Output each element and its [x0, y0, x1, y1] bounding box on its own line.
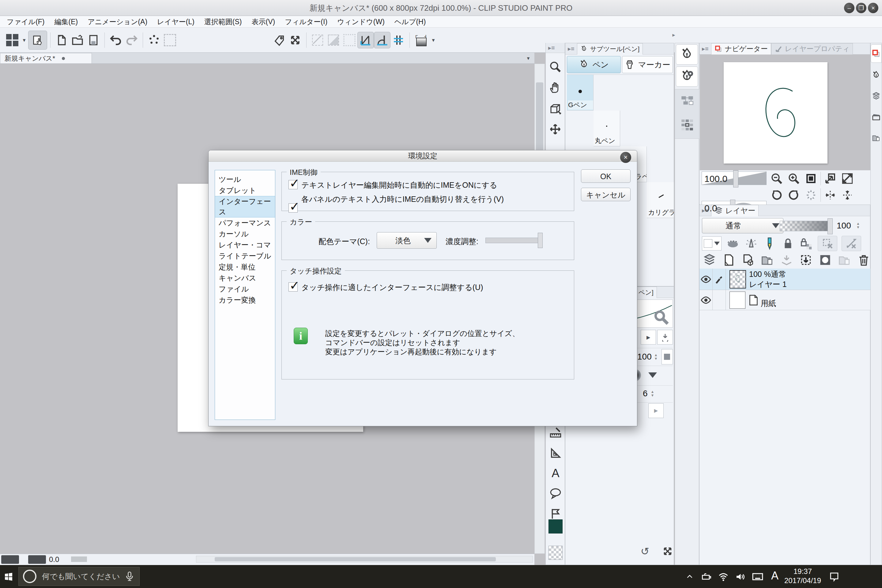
ruler-range-icon[interactable] [842, 236, 861, 251]
brush-gpen[interactable]: Gペン [567, 75, 594, 111]
layer2-visibility-eye-icon[interactable] [699, 290, 712, 310]
layer-row-1[interactable]: 100 %通常 レイヤー 1 [699, 268, 871, 290]
subtool-group-tab-marker[interactable]: マーカー [622, 56, 673, 73]
figure-tool-icon[interactable] [549, 447, 562, 459]
horizontal-scrollbar[interactable] [196, 556, 533, 562]
fit-to-window-button[interactable] [823, 171, 838, 186]
mini-slider[interactable] [71, 556, 87, 562]
start-button[interactable] [0, 565, 17, 588]
brush-size-spinner[interactable]: ▲▼ [651, 390, 654, 397]
layer1-visibility-eye-icon[interactable] [699, 268, 712, 290]
dock-color-set-icon[interactable] [675, 113, 699, 137]
layer2-thumbnail[interactable] [729, 291, 746, 309]
density-slider-track[interactable] [485, 238, 540, 243]
transparent-color-swatch[interactable] [549, 546, 562, 560]
apply-mask-icon[interactable] [838, 253, 851, 267]
dialog-title-bar[interactable]: 環境設定 [208, 150, 637, 162]
category-file[interactable]: ファイル [215, 284, 275, 295]
selection-marquee-button[interactable] [162, 32, 178, 48]
rail-timeline-icon[interactable] [871, 108, 881, 126]
wifi-icon[interactable] [717, 570, 730, 583]
actual-size-button[interactable] [840, 171, 855, 186]
register-initial-icon[interactable] [661, 544, 674, 558]
balloon-tool-icon[interactable] [549, 487, 562, 500]
invert-selection-button[interactable] [326, 32, 342, 48]
snap-ruler-button[interactable] [357, 32, 374, 48]
menu-selection[interactable]: 選択範囲(S) [200, 16, 247, 28]
category-interface[interactable]: インターフェース [215, 196, 275, 218]
new-folder-icon[interactable] [760, 253, 774, 267]
deselect-button[interactable] [310, 32, 326, 48]
workspace-grid-button[interactable] [4, 32, 20, 48]
menu-filter[interactable]: フィルター(I) [280, 16, 332, 28]
size-preset-expand-icon[interactable]: ▶ [648, 404, 664, 418]
tool-property-tab[interactable]: ペン] [635, 286, 657, 298]
enable-mask-icon[interactable] [818, 236, 837, 251]
preset-import-icon[interactable] [657, 330, 673, 345]
tab-layer[interactable]: レイヤー [711, 205, 759, 216]
category-list[interactable]: ツール タブレット インターフェース パフォーマンス カーソル レイヤー・コマ … [214, 170, 275, 420]
category-ruler-unit[interactable]: 定規・単位 [215, 261, 275, 273]
brush-marupen[interactable]: 丸ペン [594, 111, 620, 146]
tool-opacity-spinner[interactable]: ▲▼ [654, 353, 658, 360]
layer-row-2[interactable]: 用紙 [699, 290, 871, 310]
merge-down-icon[interactable] [780, 253, 794, 267]
menu-window[interactable]: ウィンドウ(W) [332, 16, 390, 28]
deselect-scatter-button[interactable] [146, 32, 162, 48]
tab-layer-property[interactable]: レイヤープロパティ [771, 43, 853, 54]
ime-checkbox-1[interactable] [288, 180, 298, 189]
category-light-table[interactable]: ライトテーブル [215, 250, 275, 261]
category-cursor[interactable]: カーソル [215, 228, 275, 240]
close-button[interactable]: × [868, 3, 878, 13]
reset-rotation-button[interactable] [803, 188, 819, 202]
ruler-tool-icon[interactable] [549, 426, 562, 439]
workspace-dropdown-arrow-icon[interactable]: ▾ [20, 37, 28, 44]
aa-dropdown-arrow-icon[interactable] [648, 372, 657, 378]
zoom-out-button[interactable] [769, 171, 784, 186]
flip-horizontal-button[interactable] [823, 188, 838, 202]
tab-list-dropdown-icon[interactable]: ▾ [524, 54, 532, 62]
subtool-menu-icon[interactable]: ▸≡ [566, 45, 577, 52]
palette-menu-icon[interactable]: ▸≡ [546, 44, 557, 51]
layer-opacity-slider[interactable] [780, 221, 829, 231]
clip-to-layer-icon[interactable] [726, 236, 740, 250]
draft-layer-icon[interactable] [763, 236, 777, 250]
document-tab[interactable]: 新規キャンバス* [0, 53, 92, 63]
rail-layer-icon[interactable] [871, 87, 881, 105]
zoom-tool-icon[interactable] [549, 60, 562, 73]
navigator-preview[interactable] [700, 54, 870, 170]
flip-vertical-button[interactable] [840, 188, 855, 202]
density-slider-thumb[interactable] [538, 233, 543, 248]
category-performance[interactable]: パフォーマンス [215, 218, 275, 228]
layer1-thumbnail[interactable] [729, 270, 746, 288]
transfer-to-layer-icon[interactable] [799, 253, 813, 267]
category-tool[interactable]: ツール [215, 174, 275, 185]
wrench-icon[interactable] [654, 310, 670, 326]
navigator-menu-icon[interactable]: ▸≡ [699, 45, 711, 52]
volume-icon[interactable] [734, 570, 747, 583]
category-tablet[interactable]: タブレット [215, 185, 275, 196]
subtool-group-tab-pen[interactable]: ペン [567, 56, 621, 73]
brush-calligraphy[interactable]: カリグラフ [647, 182, 674, 218]
layer-color-dropdown[interactable] [702, 236, 722, 250]
new-file-button[interactable] [54, 32, 69, 48]
snap-grid-button[interactable] [390, 32, 406, 48]
rotate-right-button[interactable] [786, 188, 801, 202]
tab-navigator[interactable]: ナビゲーター [711, 43, 771, 54]
rail-navigator-icon[interactable] [871, 44, 882, 63]
preset-expand-icon[interactable]: ▶ [640, 330, 656, 345]
menu-help[interactable]: ヘルプ(H) [390, 16, 431, 28]
color-theme-dropdown[interactable]: 淡色 [376, 232, 437, 249]
maximize-button[interactable]: ❐ [856, 3, 866, 13]
rail-quick-access-icon[interactable] [871, 66, 881, 84]
clock[interactable]: 19:37 2017/04/19 [783, 567, 823, 585]
minimize-button[interactable]: – [844, 3, 854, 13]
ime-mode-indicator[interactable]: A [768, 569, 782, 584]
blend-mode-dropdown[interactable]: 通常 [702, 218, 783, 233]
action-center-icon[interactable] [827, 570, 842, 584]
ok-button[interactable]: OK [581, 170, 631, 183]
microphone-icon[interactable] [124, 571, 135, 582]
delete-layer-icon[interactable] [857, 253, 871, 267]
snap-special-ruler-button[interactable] [374, 32, 390, 48]
cancel-button[interactable]: キャンセル [581, 188, 631, 201]
